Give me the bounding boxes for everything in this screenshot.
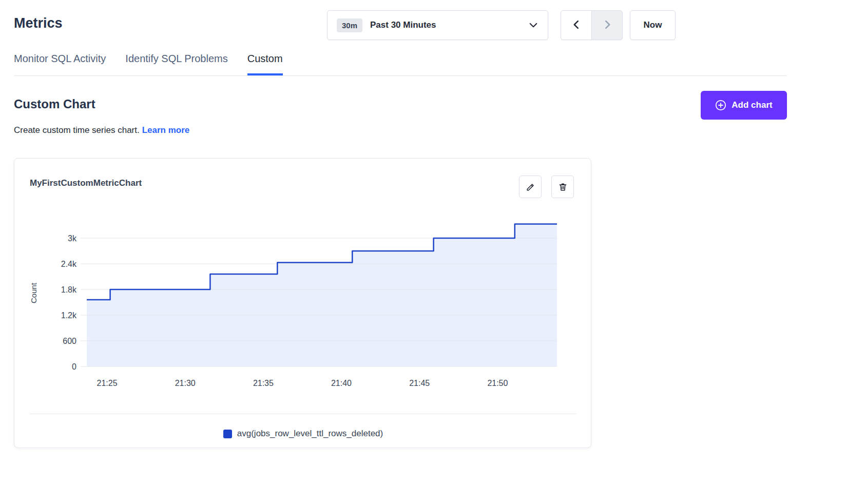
time-range-dropdown[interactable]: 30m Past 30 Minutes	[327, 10, 548, 40]
tab-identify-sql-problems[interactable]: Identify SQL Problems	[125, 53, 227, 75]
chevron-left-icon	[571, 19, 582, 32]
learn-more-link[interactable]: Learn more	[142, 125, 190, 135]
time-pager	[561, 10, 623, 40]
now-button[interactable]: Now	[630, 10, 676, 40]
plus-circle-icon	[715, 100, 726, 111]
svg-text:1.8k: 1.8k	[61, 285, 77, 294]
legend-swatch	[223, 430, 232, 438]
svg-text:0: 0	[72, 362, 76, 371]
svg-text:21:25: 21:25	[97, 379, 118, 387]
page-title: Metrics	[14, 15, 63, 31]
add-chart-button[interactable]: Add chart	[701, 91, 787, 120]
tab-custom[interactable]: Custom	[247, 53, 283, 75]
svg-text:2.4k: 2.4k	[61, 260, 77, 268]
svg-text:3k: 3k	[68, 234, 77, 243]
trash-icon	[557, 182, 568, 192]
trash-icon-button[interactable]	[551, 176, 574, 198]
metrics-tabs: Monitor SQL Activity Identify SQL Proble…	[14, 53, 283, 75]
section-title: Custom Chart	[14, 97, 95, 111]
chevron-down-icon	[528, 20, 538, 30]
svg-text:21:45: 21:45	[409, 379, 430, 387]
svg-text:21:35: 21:35	[253, 379, 274, 387]
time-range-label: Past 30 Minutes	[370, 20, 436, 30]
chevron-right-icon	[602, 19, 613, 32]
next-time-button[interactable]	[591, 10, 623, 40]
time-series-chart[interactable]: 06001.2k1.8k2.4k3k21:2521:3021:3521:4021…	[30, 216, 576, 396]
section-description-text: Create custom time series chart.	[14, 125, 140, 135]
add-chart-label: Add chart	[732, 100, 772, 110]
chart-title: MyFirstCustomMetricChart	[30, 178, 142, 188]
legend-divider	[30, 414, 576, 414]
svg-text:Count: Count	[30, 282, 38, 303]
edit-chart-button[interactable]	[519, 176, 542, 198]
tabs-divider	[14, 75, 787, 76]
time-range-badge: 30m	[337, 18, 362, 32]
custom-chart-card: MyFirstCustomMetricChart 06001.2k1.8k2.4…	[14, 158, 591, 448]
svg-text:21:50: 21:50	[487, 379, 508, 387]
previous-time-button[interactable]	[561, 10, 592, 40]
svg-text:21:40: 21:40	[331, 379, 352, 387]
tab-monitor-sql-activity[interactable]: Monitor SQL Activity	[14, 53, 106, 75]
svg-text:1.2k: 1.2k	[61, 311, 77, 320]
section-description: Create custom time series chart.Learn mo…	[14, 125, 189, 135]
svg-text:21:30: 21:30	[175, 379, 196, 387]
legend-item[interactable]: avg(jobs_row_level_ttl_rows_deleted)	[14, 424, 592, 443]
legend-label: avg(jobs_row_level_ttl_rows_deleted)	[237, 429, 383, 439]
svg-text:600: 600	[63, 337, 76, 345]
pencil-icon	[525, 182, 536, 192]
